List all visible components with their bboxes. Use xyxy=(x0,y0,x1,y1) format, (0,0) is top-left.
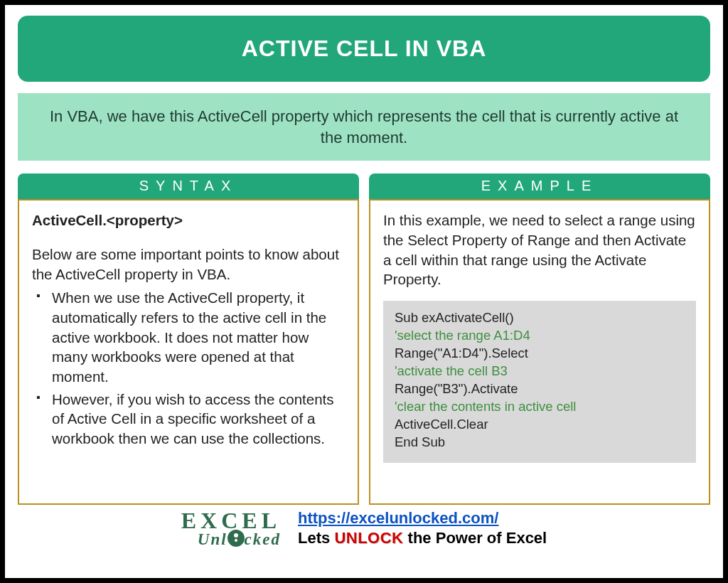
code-line: Sub exActivateCell() xyxy=(395,309,685,327)
code-line: 'clear the contents in active cell xyxy=(395,398,685,416)
infographic-card: ACTIVE CELL IN VBA In VBA, we have this … xyxy=(0,0,728,583)
list-item: When we use the ActiveCell property, it … xyxy=(52,288,345,386)
syntax-header: SYNTAX xyxy=(18,173,359,199)
example-body: In this example, we need to select a ran… xyxy=(369,199,710,505)
site-link[interactable]: https://excelunlocked.com/ xyxy=(298,509,498,527)
tagline-pre: Lets xyxy=(298,529,334,547)
tagline-post: the Power of Excel xyxy=(403,529,547,547)
syntax-body: ActiveCell.<property> Below are some imp… xyxy=(18,199,359,505)
syntax-lead: Below are some important points to know … xyxy=(32,245,345,284)
syntax-column: SYNTAX ActiveCell.<property> Below are s… xyxy=(18,173,359,505)
syntax-bullet-list: When we use the ActiveCell property, it … xyxy=(32,288,345,448)
list-item: However, if you wish to access the conte… xyxy=(52,390,345,449)
tagline: Lets UNLOCK the Power of Excel xyxy=(298,529,547,547)
code-line: Range("A1:D4").Select xyxy=(395,345,685,363)
example-header: EXAMPLE xyxy=(369,173,710,199)
logo-line2-pre: Unl xyxy=(198,530,228,548)
logo-line1: EXCEL xyxy=(181,510,281,531)
columns: SYNTAX ActiveCell.<property> Below are s… xyxy=(18,173,710,505)
code-line: End Sub xyxy=(395,434,685,451)
code-line: 'activate the cell B3 xyxy=(395,363,685,380)
footer: EXCEL Unlcked https://excelunlocked.com/… xyxy=(18,509,710,547)
page-title: ACTIVE CELL IN VBA xyxy=(18,16,710,82)
example-lead: In this example, we need to select a ran… xyxy=(383,210,696,289)
intro-text: In VBA, we have this ActiveCell property… xyxy=(18,93,710,161)
code-line: ActiveCell.Clear xyxy=(395,416,685,434)
code-line: 'select the range A1:D4 xyxy=(395,327,685,345)
code-line: Range("B3").Activate xyxy=(395,380,685,398)
logo-line2-post: cked xyxy=(245,530,281,548)
keyhole-icon xyxy=(228,530,245,547)
syntax-signature: ActiveCell.<property> xyxy=(32,210,345,230)
tagline-highlight: UNLOCK xyxy=(334,529,403,547)
brand-logo: EXCEL Unlcked xyxy=(181,510,281,547)
footer-text: https://excelunlocked.com/ Lets UNLOCK t… xyxy=(298,509,547,547)
example-column: EXAMPLE In this example, we need to sele… xyxy=(369,173,710,505)
code-block: Sub exActivateCell() 'select the range A… xyxy=(383,301,696,463)
